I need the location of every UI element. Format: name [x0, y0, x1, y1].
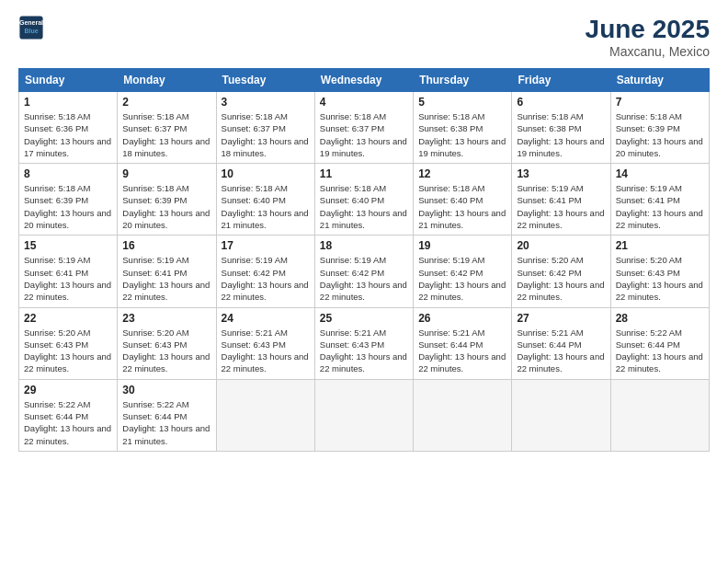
calendar-cell: 17 Sunrise: 5:19 AMSunset: 6:42 PMDaylig… — [216, 236, 314, 307]
svg-text:General: General — [19, 19, 43, 26]
day-info: Sunrise: 5:19 AMSunset: 6:41 PMDaylight:… — [24, 254, 112, 303]
calendar-cell: 19 Sunrise: 5:19 AMSunset: 6:42 PMDaylig… — [414, 236, 512, 307]
day-info: Sunrise: 5:18 AMSunset: 6:38 PMDaylight:… — [418, 110, 506, 159]
day-number: 8 — [24, 167, 112, 180]
day-number: 12 — [418, 167, 506, 180]
day-info: Sunrise: 5:19 AMSunset: 6:41 PMDaylight:… — [122, 254, 210, 303]
calendar-cell: 18 Sunrise: 5:19 AMSunset: 6:42 PMDaylig… — [314, 236, 413, 307]
day-number: 9 — [122, 167, 210, 180]
calendar-cell: 3 Sunrise: 5:18 AMSunset: 6:37 PMDayligh… — [216, 92, 314, 164]
day-info: Sunrise: 5:20 AMSunset: 6:42 PMDaylight:… — [517, 254, 605, 303]
day-number: 23 — [122, 312, 210, 325]
calendar-cell — [512, 379, 610, 451]
calendar-table: Sunday Monday Tuesday Wednesday Thursday… — [18, 68, 710, 452]
day-number: 2 — [122, 96, 210, 109]
day-info: Sunrise: 5:18 AMSunset: 6:38 PMDaylight:… — [517, 110, 605, 159]
calendar-cell: 14 Sunrise: 5:19 AMSunset: 6:41 PMDaylig… — [610, 164, 709, 236]
day-info: Sunrise: 5:20 AMSunset: 6:43 PMDaylight:… — [616, 254, 704, 303]
calendar-cell: 8 Sunrise: 5:18 AMSunset: 6:39 PMDayligh… — [19, 164, 118, 236]
calendar-cell: 21 Sunrise: 5:20 AMSunset: 6:43 PMDaylig… — [610, 236, 709, 307]
calendar-cell: 29 Sunrise: 5:22 AMSunset: 6:44 PMDaylig… — [19, 379, 118, 451]
day-info: Sunrise: 5:18 AMSunset: 6:39 PMDaylight:… — [616, 110, 704, 159]
day-info: Sunrise: 5:18 AMSunset: 6:40 PMDaylight:… — [418, 182, 506, 231]
week-row-0: 1 Sunrise: 5:18 AMSunset: 6:36 PMDayligh… — [19, 92, 710, 164]
day-number: 10 — [222, 167, 310, 180]
day-number: 27 — [517, 312, 605, 325]
day-info: Sunrise: 5:18 AMSunset: 6:39 PMDaylight:… — [24, 182, 112, 231]
day-number: 4 — [320, 96, 408, 109]
location: Maxcanu, Mexico — [586, 44, 710, 59]
day-number: 19 — [418, 239, 506, 252]
title-area: June 2025 Maxcanu, Mexico — [586, 15, 710, 59]
day-info: Sunrise: 5:19 AMSunset: 6:41 PMDaylight:… — [517, 182, 605, 231]
day-info: Sunrise: 5:18 AMSunset: 6:37 PMDaylight:… — [122, 110, 210, 159]
day-number: 11 — [320, 167, 408, 180]
day-info: Sunrise: 5:19 AMSunset: 6:42 PMDaylight:… — [418, 254, 506, 303]
month-title: June 2025 — [586, 15, 710, 44]
col-sunday: Sunday — [19, 69, 118, 92]
day-number: 6 — [517, 96, 605, 109]
day-info: Sunrise: 5:18 AMSunset: 6:39 PMDaylight:… — [122, 182, 210, 231]
week-row-3: 22 Sunrise: 5:20 AMSunset: 6:43 PMDaylig… — [19, 307, 710, 379]
logo-icon: General Blue — [18, 15, 44, 40]
day-number: 17 — [222, 239, 310, 252]
col-monday: Monday — [118, 69, 216, 92]
day-info: Sunrise: 5:22 AMSunset: 6:44 PMDaylight:… — [122, 398, 210, 447]
day-info: Sunrise: 5:20 AMSunset: 6:43 PMDaylight:… — [122, 327, 210, 375]
calendar-cell: 28 Sunrise: 5:22 AMSunset: 6:44 PMDaylig… — [610, 307, 709, 379]
calendar-cell: 13 Sunrise: 5:19 AMSunset: 6:41 PMDaylig… — [512, 164, 610, 236]
week-row-4: 29 Sunrise: 5:22 AMSunset: 6:44 PMDaylig… — [19, 379, 710, 451]
day-number: 22 — [24, 312, 112, 325]
calendar-cell — [314, 379, 413, 451]
day-info: Sunrise: 5:18 AMSunset: 6:40 PMDaylight:… — [320, 182, 408, 231]
day-info: Sunrise: 5:18 AMSunset: 6:40 PMDaylight:… — [222, 182, 310, 231]
calendar-cell: 16 Sunrise: 5:19 AMSunset: 6:41 PMDaylig… — [118, 236, 216, 307]
day-number: 1 — [24, 96, 112, 109]
calendar-cell: 26 Sunrise: 5:21 AMSunset: 6:44 PMDaylig… — [414, 307, 512, 379]
day-number: 20 — [517, 239, 605, 252]
day-info: Sunrise: 5:19 AMSunset: 6:41 PMDaylight:… — [616, 182, 704, 231]
day-info: Sunrise: 5:21 AMSunset: 6:44 PMDaylight:… — [517, 327, 605, 375]
calendar-cell: 15 Sunrise: 5:19 AMSunset: 6:41 PMDaylig… — [19, 236, 118, 307]
calendar-cell: 24 Sunrise: 5:21 AMSunset: 6:43 PMDaylig… — [216, 307, 314, 379]
calendar-cell: 22 Sunrise: 5:20 AMSunset: 6:43 PMDaylig… — [19, 307, 118, 379]
day-info: Sunrise: 5:19 AMSunset: 6:42 PMDaylight:… — [222, 254, 310, 303]
calendar-cell: 6 Sunrise: 5:18 AMSunset: 6:38 PMDayligh… — [512, 92, 610, 164]
calendar-cell: 9 Sunrise: 5:18 AMSunset: 6:39 PMDayligh… — [118, 164, 216, 236]
day-number: 30 — [122, 384, 210, 396]
calendar-cell — [414, 379, 512, 451]
day-info: Sunrise: 5:18 AMSunset: 6:37 PMDaylight:… — [320, 110, 408, 159]
day-number: 25 — [320, 312, 408, 325]
calendar-cell: 4 Sunrise: 5:18 AMSunset: 6:37 PMDayligh… — [314, 92, 413, 164]
day-info: Sunrise: 5:21 AMSunset: 6:43 PMDaylight:… — [222, 327, 310, 375]
day-info: Sunrise: 5:19 AMSunset: 6:42 PMDaylight:… — [320, 254, 408, 303]
day-info: Sunrise: 5:22 AMSunset: 6:44 PMDaylight:… — [616, 327, 704, 375]
day-info: Sunrise: 5:21 AMSunset: 6:43 PMDaylight:… — [320, 327, 408, 375]
header-row: Sunday Monday Tuesday Wednesday Thursday… — [19, 69, 710, 92]
day-info: Sunrise: 5:20 AMSunset: 6:43 PMDaylight:… — [24, 327, 112, 375]
calendar-cell: 20 Sunrise: 5:20 AMSunset: 6:42 PMDaylig… — [512, 236, 610, 307]
week-row-2: 15 Sunrise: 5:19 AMSunset: 6:41 PMDaylig… — [19, 236, 710, 307]
calendar-cell: 25 Sunrise: 5:21 AMSunset: 6:43 PMDaylig… — [314, 307, 413, 379]
col-tuesday: Tuesday — [216, 69, 314, 92]
day-info: Sunrise: 5:22 AMSunset: 6:44 PMDaylight:… — [24, 398, 112, 447]
day-info: Sunrise: 5:18 AMSunset: 6:37 PMDaylight:… — [222, 110, 310, 159]
day-number: 14 — [616, 167, 704, 180]
calendar-cell: 10 Sunrise: 5:18 AMSunset: 6:40 PMDaylig… — [216, 164, 314, 236]
day-number: 16 — [122, 239, 210, 252]
col-saturday: Saturday — [610, 69, 709, 92]
day-number: 13 — [517, 167, 605, 180]
day-number: 26 — [418, 312, 506, 325]
day-number: 18 — [320, 239, 408, 252]
week-row-1: 8 Sunrise: 5:18 AMSunset: 6:39 PMDayligh… — [19, 164, 710, 236]
calendar-cell: 7 Sunrise: 5:18 AMSunset: 6:39 PMDayligh… — [610, 92, 709, 164]
col-friday: Friday — [512, 69, 610, 92]
day-number: 29 — [24, 384, 112, 396]
calendar-cell: 11 Sunrise: 5:18 AMSunset: 6:40 PMDaylig… — [314, 164, 413, 236]
logo: General Blue — [18, 15, 44, 40]
day-number: 24 — [222, 312, 310, 325]
calendar-cell: 27 Sunrise: 5:21 AMSunset: 6:44 PMDaylig… — [512, 307, 610, 379]
calendar-cell — [610, 379, 709, 451]
calendar-cell: 12 Sunrise: 5:18 AMSunset: 6:40 PMDaylig… — [414, 164, 512, 236]
page: General Blue June 2025 Maxcanu, Mexico S… — [0, 0, 728, 563]
